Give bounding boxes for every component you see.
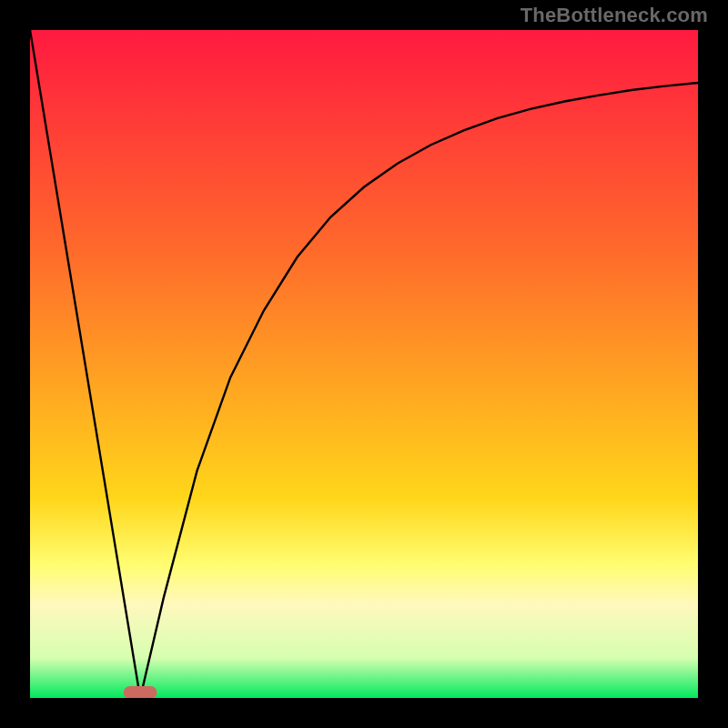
- chart-plot: [30, 30, 698, 698]
- chart-frame: TheBottleneck.com: [0, 0, 728, 728]
- gradient-background: [30, 30, 698, 698]
- minimum-marker: [124, 686, 157, 698]
- watermark-text: TheBottleneck.com: [521, 4, 708, 27]
